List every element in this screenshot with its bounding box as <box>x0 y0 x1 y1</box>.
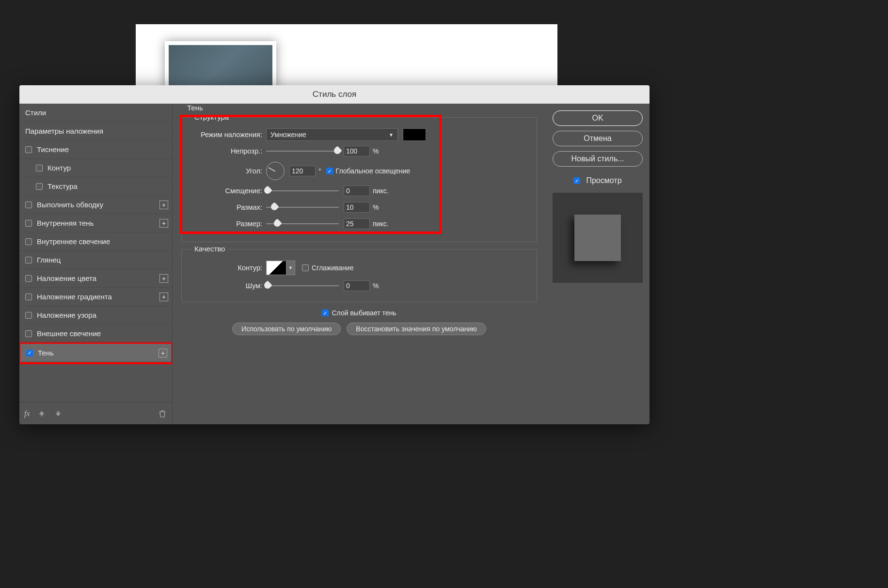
contour-dropdown[interactable]: ▼ <box>286 261 295 275</box>
distance-unit: пикс. <box>373 187 389 195</box>
global-light-checkbox[interactable]: ✓ <box>326 168 333 174</box>
angle-input[interactable] <box>289 166 316 176</box>
sidebar-checkbox-3[interactable] <box>36 165 43 171</box>
trash-icon[interactable] <box>158 409 167 418</box>
arrow-down-icon[interactable] <box>53 409 63 418</box>
spread-slider[interactable] <box>266 206 339 209</box>
sidebar-item-12[interactable]: Внешнее свечение <box>19 325 172 343</box>
sidebar: СтилиПараметры наложенияТиснениеКонтурТе… <box>19 104 173 424</box>
sidebar-item-label: Контур <box>48 164 71 172</box>
sidebar-item-label: Тень <box>38 349 54 357</box>
structure-title: Структура <box>191 113 232 121</box>
opacity-label: Непрозр.: <box>189 147 266 155</box>
blend-mode-select[interactable]: Умножение ▼ <box>266 128 398 141</box>
sidebar-item-1[interactable]: Параметры наложения <box>19 122 172 140</box>
size-unit: пикс. <box>373 220 389 228</box>
contour-preview[interactable] <box>266 261 286 275</box>
spread-input[interactable] <box>344 202 370 213</box>
new-style-button[interactable]: Новый стиль... <box>553 151 643 167</box>
preview-box <box>553 193 643 283</box>
blend-mode-value: Умножение <box>270 131 306 139</box>
sidebar-checkbox-11[interactable] <box>25 312 32 319</box>
knockout-checkbox[interactable]: ✓ <box>322 309 329 316</box>
sidebar-item-6[interactable]: Внутренняя тень+ <box>19 214 172 232</box>
sidebar-item-3[interactable]: Контур <box>19 159 172 177</box>
angle-unit: ° <box>318 167 321 175</box>
sidebar-item-label: Внутреннее свечение <box>37 237 110 246</box>
sidebar-item-10[interactable]: Наложение градиента+ <box>19 288 172 306</box>
sidebar-item-label: Тиснение <box>37 145 69 154</box>
noise-slider[interactable] <box>266 284 339 287</box>
distance-slider[interactable] <box>266 189 339 192</box>
angle-label: Угол: <box>189 167 266 175</box>
fx-icon[interactable]: fx <box>24 409 30 418</box>
sidebar-checkbox-7[interactable] <box>25 238 32 245</box>
plus-icon[interactable]: + <box>159 293 168 301</box>
sidebar-checkbox-2[interactable] <box>25 146 32 153</box>
sidebar-checkbox-5[interactable] <box>25 201 32 208</box>
opacity-slider[interactable] <box>266 150 339 153</box>
sidebar-item-11[interactable]: Наложение узора <box>19 306 172 325</box>
size-label: Размер: <box>189 220 266 228</box>
opacity-unit: % <box>373 147 379 155</box>
sidebar-item-4[interactable]: Текстура <box>19 177 172 196</box>
sidebar-checkbox-8[interactable] <box>25 257 32 263</box>
sidebar-item-label: Выполнить обводку <box>37 201 103 209</box>
global-light-label: Глобальное освещение <box>336 167 410 175</box>
sidebar-item-9[interactable]: Наложение цвета+ <box>19 269 172 288</box>
right-panel: OK Отмена Новый стиль... ✓ Просмотр <box>546 104 650 424</box>
sidebar-item-2[interactable]: Тиснение <box>19 140 172 159</box>
antialias-checkbox[interactable] <box>302 264 309 271</box>
dialog-title: Стиль слоя <box>19 85 650 104</box>
sidebar-checkbox-12[interactable] <box>25 330 32 337</box>
arrow-up-icon[interactable] <box>37 409 47 418</box>
size-slider[interactable] <box>266 222 339 225</box>
sidebar-item-label: Внутренняя тень <box>37 219 94 227</box>
annotation-highlight: ✓Тень+ <box>19 342 172 364</box>
sidebar-checkbox-4[interactable] <box>36 183 43 190</box>
noise-input[interactable] <box>344 280 370 291</box>
sidebar-item-7[interactable]: Внутреннее свечение <box>19 232 172 251</box>
plus-icon[interactable]: + <box>159 219 168 228</box>
angle-dial[interactable] <box>266 162 285 180</box>
preview-checkbox[interactable]: ✓ <box>573 177 580 184</box>
sidebar-checkbox-6[interactable] <box>25 220 32 227</box>
sidebar-item-13[interactable]: ✓Тень+ <box>20 344 171 362</box>
plus-icon[interactable]: + <box>159 274 168 283</box>
distance-input[interactable] <box>344 186 370 196</box>
sidebar-checkbox-13[interactable]: ✓ <box>26 350 33 356</box>
sidebar-checkbox-10[interactable] <box>25 294 32 300</box>
sidebar-footer: fx <box>19 402 172 424</box>
reset-default-button[interactable]: Восстановить значения по умолчанию <box>347 323 486 335</box>
sidebar-item-label: Параметры наложения <box>25 127 103 135</box>
preview-swatch <box>574 215 621 261</box>
distance-label: Смещение: <box>189 187 266 195</box>
sidebar-item-label: Текстура <box>48 182 78 190</box>
sidebar-item-label: Наложение узора <box>37 311 96 319</box>
sidebar-item-label: Глянец <box>37 256 61 264</box>
structure-fieldset: Структура Режим наложения: Умножение ▼ Н… <box>181 117 537 242</box>
shadow-color-swatch[interactable] <box>403 128 426 141</box>
plus-icon[interactable]: + <box>159 349 167 357</box>
panel-section-title: Тень <box>187 104 203 112</box>
sidebar-item-8[interactable]: Глянец <box>19 251 172 269</box>
contour-label: Контур: <box>189 264 266 272</box>
spread-label: Размах: <box>189 203 266 211</box>
sidebar-item-label: Внешнее свечение <box>37 329 101 338</box>
main-panel: Тень Структура Режим наложения: Умножени… <box>173 104 546 424</box>
cancel-button[interactable]: Отмена <box>553 131 643 146</box>
sidebar-item-5[interactable]: Выполнить обводку+ <box>19 196 172 214</box>
sidebar-item-label: Стили <box>25 108 46 117</box>
sidebar-item-0[interactable]: Стили <box>19 104 172 122</box>
knockout-label: Слой выбивает тень <box>332 309 396 317</box>
plus-icon[interactable]: + <box>159 201 168 209</box>
noise-label: Шум: <box>189 282 266 290</box>
ok-button[interactable]: OK <box>553 110 643 126</box>
make-default-button[interactable]: Использовать по умолчанию <box>232 323 341 335</box>
opacity-input[interactable] <box>344 146 370 156</box>
size-input[interactable] <box>344 218 370 229</box>
sidebar-item-label: Наложение градиента <box>37 293 112 301</box>
sidebar-checkbox-9[interactable] <box>25 275 32 282</box>
antialias-label: Сглаживание <box>312 264 353 272</box>
sidebar-item-label: Наложение цвета <box>37 274 96 282</box>
